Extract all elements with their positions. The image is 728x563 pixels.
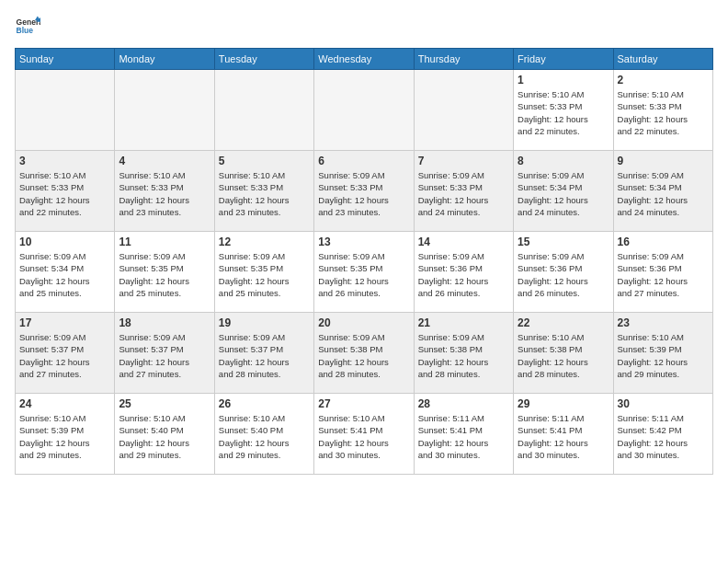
calendar-cell [414, 70, 513, 151]
calendar-cell: 13Sunrise: 5:09 AM Sunset: 5:35 PM Dayli… [314, 232, 414, 313]
calendar-cell: 2Sunrise: 5:10 AM Sunset: 5:33 PM Daylig… [613, 70, 712, 151]
calendar-cell: 9Sunrise: 5:09 AM Sunset: 5:34 PM Daylig… [613, 151, 712, 232]
day-info: Sunrise: 5:10 AM Sunset: 5:33 PM Dayligh… [19, 169, 110, 218]
day-info: Sunrise: 5:11 AM Sunset: 5:42 PM Dayligh… [618, 412, 709, 461]
calendar-week-row: 10Sunrise: 5:09 AM Sunset: 5:34 PM Dayli… [16, 232, 713, 313]
day-info: Sunrise: 5:10 AM Sunset: 5:40 PM Dayligh… [219, 412, 310, 461]
calendar-week-row: 1Sunrise: 5:10 AM Sunset: 5:33 PM Daylig… [16, 70, 713, 151]
day-info: Sunrise: 5:09 AM Sunset: 5:36 PM Dayligh… [518, 250, 609, 299]
calendar-body: 1Sunrise: 5:10 AM Sunset: 5:33 PM Daylig… [16, 70, 713, 475]
day-number: 21 [418, 316, 509, 329]
day-number: 3 [19, 155, 110, 167]
day-info: Sunrise: 5:09 AM Sunset: 5:35 PM Dayligh… [318, 250, 409, 299]
weekday-header-saturday: Saturday [613, 49, 712, 70]
calendar-header-row: SundayMondayTuesdayWednesdayThursdayFrid… [16, 49, 713, 70]
calendar-week-row: 24Sunrise: 5:10 AM Sunset: 5:39 PM Dayli… [16, 394, 713, 475]
day-number: 29 [518, 397, 609, 410]
day-info: Sunrise: 5:09 AM Sunset: 5:34 PM Dayligh… [518, 169, 609, 218]
day-number: 26 [219, 397, 310, 410]
calendar-cell: 16Sunrise: 5:09 AM Sunset: 5:36 PM Dayli… [613, 232, 712, 313]
day-info: Sunrise: 5:09 AM Sunset: 5:33 PM Dayligh… [318, 169, 409, 218]
day-info: Sunrise: 5:09 AM Sunset: 5:34 PM Dayligh… [618, 169, 709, 218]
day-number: 1 [518, 74, 609, 86]
calendar-table: SundayMondayTuesdayWednesdayThursdayFrid… [15, 48, 713, 475]
day-info: Sunrise: 5:09 AM Sunset: 5:37 PM Dayligh… [219, 331, 310, 380]
day-number: 2 [618, 74, 709, 86]
day-number: 10 [19, 236, 110, 248]
day-info: Sunrise: 5:10 AM Sunset: 5:40 PM Dayligh… [119, 412, 210, 461]
calendar-cell: 20Sunrise: 5:09 AM Sunset: 5:38 PM Dayli… [314, 313, 414, 394]
calendar-cell: 26Sunrise: 5:10 AM Sunset: 5:40 PM Dayli… [214, 394, 313, 475]
logo: General Blue [15, 15, 44, 40]
day-number: 4 [119, 155, 210, 167]
day-number: 12 [219, 236, 310, 248]
day-info: Sunrise: 5:09 AM Sunset: 5:34 PM Dayligh… [19, 250, 110, 299]
weekday-header-monday: Monday [115, 49, 214, 70]
calendar-cell: 7Sunrise: 5:09 AM Sunset: 5:33 PM Daylig… [414, 151, 513, 232]
calendar-cell: 14Sunrise: 5:09 AM Sunset: 5:36 PM Dayli… [414, 232, 513, 313]
day-info: Sunrise: 5:09 AM Sunset: 5:36 PM Dayligh… [618, 250, 709, 299]
calendar-cell [214, 70, 313, 151]
day-number: 14 [418, 236, 509, 248]
weekday-header-friday: Friday [514, 49, 613, 70]
calendar-cell: 10Sunrise: 5:09 AM Sunset: 5:34 PM Dayli… [16, 232, 115, 313]
calendar-cell [314, 70, 414, 151]
day-info: Sunrise: 5:10 AM Sunset: 5:38 PM Dayligh… [518, 331, 609, 380]
calendar-cell: 29Sunrise: 5:11 AM Sunset: 5:41 PM Dayli… [514, 394, 613, 475]
weekday-header-wednesday: Wednesday [314, 49, 414, 70]
day-info: Sunrise: 5:09 AM Sunset: 5:33 PM Dayligh… [418, 169, 509, 218]
calendar-cell: 15Sunrise: 5:09 AM Sunset: 5:36 PM Dayli… [514, 232, 613, 313]
calendar-cell: 22Sunrise: 5:10 AM Sunset: 5:38 PM Dayli… [514, 313, 613, 394]
weekday-header-sunday: Sunday [16, 49, 115, 70]
day-number: 27 [318, 397, 409, 410]
calendar-cell: 27Sunrise: 5:10 AM Sunset: 5:41 PM Dayli… [314, 394, 414, 475]
day-number: 9 [618, 155, 709, 167]
calendar-cell: 12Sunrise: 5:09 AM Sunset: 5:35 PM Dayli… [214, 232, 313, 313]
calendar-cell [16, 70, 115, 151]
calendar-cell: 4Sunrise: 5:10 AM Sunset: 5:33 PM Daylig… [115, 151, 214, 232]
calendar-week-row: 3Sunrise: 5:10 AM Sunset: 5:33 PM Daylig… [16, 151, 713, 232]
calendar-cell [115, 70, 214, 151]
day-number: 30 [618, 397, 709, 410]
day-number: 18 [119, 316, 210, 329]
day-info: Sunrise: 5:10 AM Sunset: 5:33 PM Dayligh… [119, 169, 210, 218]
calendar-cell: 6Sunrise: 5:09 AM Sunset: 5:33 PM Daylig… [314, 151, 414, 232]
day-number: 22 [518, 316, 609, 329]
day-info: Sunrise: 5:10 AM Sunset: 5:39 PM Dayligh… [19, 412, 110, 461]
weekday-header-thursday: Thursday [414, 49, 513, 70]
day-number: 7 [418, 155, 509, 167]
day-number: 24 [19, 397, 110, 410]
day-info: Sunrise: 5:09 AM Sunset: 5:35 PM Dayligh… [219, 250, 310, 299]
day-number: 13 [318, 236, 409, 248]
calendar-cell: 30Sunrise: 5:11 AM Sunset: 5:42 PM Dayli… [613, 394, 712, 475]
calendar-cell: 18Sunrise: 5:09 AM Sunset: 5:37 PM Dayli… [115, 313, 214, 394]
day-info: Sunrise: 5:10 AM Sunset: 5:33 PM Dayligh… [219, 169, 310, 218]
logo-icon: General Blue [15, 15, 40, 40]
calendar-cell: 25Sunrise: 5:10 AM Sunset: 5:40 PM Dayli… [115, 394, 214, 475]
day-number: 5 [219, 155, 310, 167]
day-info: Sunrise: 5:11 AM Sunset: 5:41 PM Dayligh… [418, 412, 509, 461]
day-number: 19 [219, 316, 310, 329]
day-number: 11 [119, 236, 210, 248]
day-info: Sunrise: 5:09 AM Sunset: 5:37 PM Dayligh… [119, 331, 210, 380]
page-header: General Blue [15, 15, 713, 40]
calendar-cell: 5Sunrise: 5:10 AM Sunset: 5:33 PM Daylig… [214, 151, 313, 232]
day-info: Sunrise: 5:09 AM Sunset: 5:38 PM Dayligh… [418, 331, 509, 380]
day-number: 16 [618, 236, 709, 248]
calendar-cell: 11Sunrise: 5:09 AM Sunset: 5:35 PM Dayli… [115, 232, 214, 313]
day-number: 15 [518, 236, 609, 248]
day-number: 6 [318, 155, 409, 167]
weekday-header-tuesday: Tuesday [214, 49, 313, 70]
day-number: 28 [418, 397, 509, 410]
day-number: 25 [119, 397, 210, 410]
calendar-cell: 17Sunrise: 5:09 AM Sunset: 5:37 PM Dayli… [16, 313, 115, 394]
day-number: 8 [518, 155, 609, 167]
day-info: Sunrise: 5:09 AM Sunset: 5:36 PM Dayligh… [418, 250, 509, 299]
day-info: Sunrise: 5:11 AM Sunset: 5:41 PM Dayligh… [518, 412, 609, 461]
calendar-cell: 21Sunrise: 5:09 AM Sunset: 5:38 PM Dayli… [414, 313, 513, 394]
day-info: Sunrise: 5:09 AM Sunset: 5:37 PM Dayligh… [19, 331, 110, 380]
calendar-cell: 3Sunrise: 5:10 AM Sunset: 5:33 PM Daylig… [16, 151, 115, 232]
calendar-week-row: 17Sunrise: 5:09 AM Sunset: 5:37 PM Dayli… [16, 313, 713, 394]
day-info: Sunrise: 5:10 AM Sunset: 5:33 PM Dayligh… [618, 88, 709, 137]
day-number: 17 [19, 316, 110, 329]
